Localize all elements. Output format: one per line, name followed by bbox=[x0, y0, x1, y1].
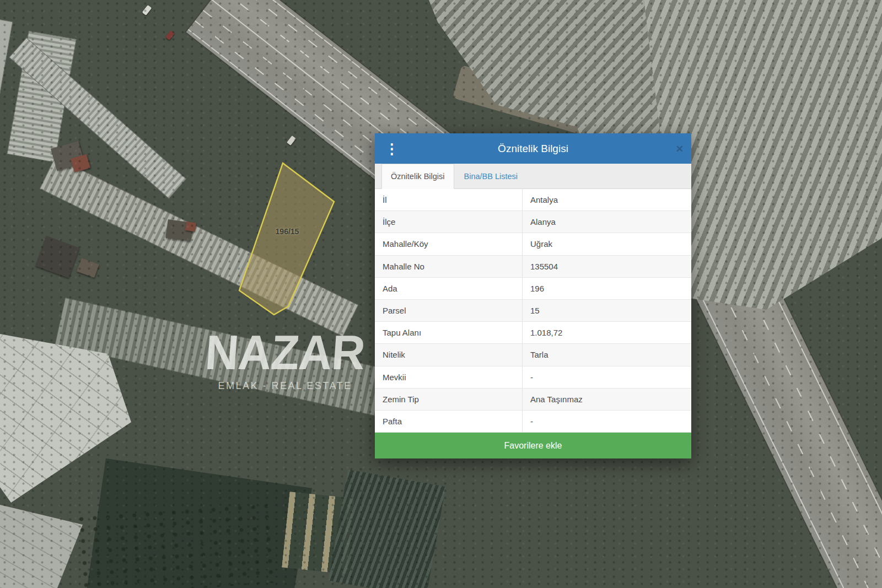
table-row: İlçe Alanya bbox=[375, 211, 691, 233]
row-value: 196 bbox=[523, 278, 691, 299]
row-value: - bbox=[523, 366, 691, 388]
row-label: Parsel bbox=[375, 300, 523, 321]
info-dialog: ⋮ Öznitelik Bilgisi ✕ Öznitelik Bilgisi … bbox=[375, 133, 691, 458]
row-value: Ana Taşınmaz bbox=[523, 389, 691, 410]
row-label: Pafta bbox=[375, 411, 523, 432]
close-icon[interactable]: ✕ bbox=[676, 143, 684, 154]
table-row: Mahalle No 135504 bbox=[375, 256, 691, 278]
tab-bina-bb-listesi[interactable]: Bina/BB Listesi bbox=[454, 164, 528, 188]
attribute-table: İl Antalya İlçe Alanya Mahalle/Köy Uğrak… bbox=[375, 189, 691, 433]
row-value: - bbox=[523, 411, 691, 432]
dialog-header: ⋮ Öznitelik Bilgisi ✕ bbox=[375, 133, 691, 164]
row-label: İl bbox=[375, 189, 523, 211]
row-label: Zemin Tip bbox=[375, 389, 523, 410]
tab-oznitelik-bilgisi[interactable]: Öznitelik Bilgisi bbox=[381, 164, 454, 189]
row-label: Tapu Alanı bbox=[375, 322, 523, 343]
row-value: Tarla bbox=[523, 344, 691, 365]
parcel-label: 196/15 bbox=[268, 227, 306, 236]
row-label: İlçe bbox=[375, 211, 523, 233]
row-label: Mevkii bbox=[375, 366, 523, 388]
table-row: Mahalle/Köy Uğrak bbox=[375, 233, 691, 255]
table-row: Ada 196 bbox=[375, 278, 691, 300]
dialog-tab-bar: Öznitelik Bilgisi Bina/BB Listesi bbox=[375, 164, 691, 189]
table-row: Nitelik Tarla bbox=[375, 344, 691, 366]
parcel-outline[interactable] bbox=[239, 163, 334, 315]
table-row: Zemin Tip Ana Taşınmaz bbox=[375, 389, 691, 411]
table-row: İl Antalya bbox=[375, 189, 691, 211]
row-value: Antalya bbox=[523, 189, 691, 211]
row-value: Alanya bbox=[523, 211, 691, 233]
row-label: Nitelik bbox=[375, 344, 523, 365]
add-to-favorites-button[interactable]: Favorilere ekle bbox=[375, 433, 691, 458]
row-value: Uğrak bbox=[523, 233, 691, 255]
row-label: Ada bbox=[375, 278, 523, 299]
row-value: 1.018,72 bbox=[523, 322, 691, 343]
table-row: Tapu Alanı 1.018,72 bbox=[375, 322, 691, 344]
table-row: Parsel 15 bbox=[375, 300, 691, 322]
row-label: Mahalle No bbox=[375, 256, 523, 277]
dialog-title: Öznitelik Bilgisi bbox=[498, 143, 568, 155]
row-value: 135504 bbox=[523, 256, 691, 277]
table-row: Mevkii - bbox=[375, 366, 691, 389]
kebab-menu-icon[interactable]: ⋮ bbox=[385, 142, 399, 156]
row-label: Mahalle/Köy bbox=[375, 233, 523, 255]
row-value: 15 bbox=[523, 300, 691, 321]
table-row: Pafta - bbox=[375, 411, 691, 433]
